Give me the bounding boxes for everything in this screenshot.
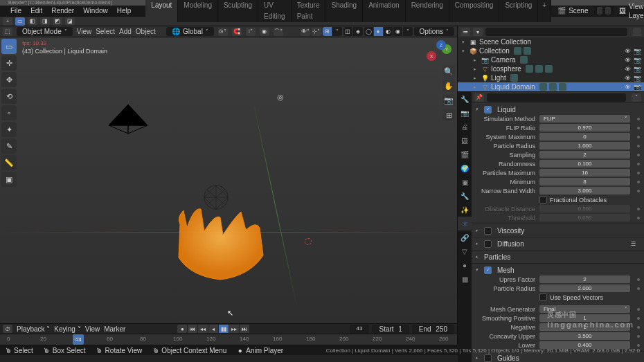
- speed-vectors-checkbox[interactable]: [539, 293, 547, 301]
- anim-decorator[interactable]: [637, 163, 640, 165]
- disclosure-triangle-icon[interactable]: ▾: [462, 48, 467, 54]
- anim-decorator[interactable]: [637, 308, 640, 311]
- ptab-texture[interactable]: ▦: [458, 272, 472, 286]
- anim-decorator[interactable]: [637, 208, 640, 210]
- ptab-particles[interactable]: ✨: [458, 203, 472, 217]
- outliner-mode-button[interactable]: ≔: [460, 28, 470, 36]
- properties-pin[interactable]: 📌: [474, 93, 484, 102]
- disclosure-triangle-icon[interactable]: ▸: [474, 84, 479, 90]
- anim-decorator[interactable]: [637, 136, 640, 138]
- tab-texture-paint[interactable]: Texture Paint: [292, 0, 326, 22]
- guides-checkbox[interactable]: [484, 354, 492, 362]
- property-field-particle-radius[interactable]: 2.000: [539, 284, 630, 292]
- ptab-viewlayer[interactable]: 🖼: [458, 134, 472, 147]
- hide-viewport-toggle[interactable]: 👁: [625, 84, 631, 91]
- ptab-object[interactable]: ▣: [458, 175, 472, 189]
- anim-decorator[interactable]: [637, 326, 640, 329]
- ptab-material[interactable]: ●: [458, 258, 472, 272]
- outliner-item-light[interactable]: ▸💡Light👁📷: [458, 73, 644, 82]
- property-field-narrow-band-width[interactable]: 3.000: [539, 187, 630, 194]
- anim-decorator[interactable]: [637, 172, 640, 174]
- transform-orientation-dropdown[interactable]: 🌐Global˅: [166, 27, 214, 36]
- proportional-options[interactable]: ⌒˅: [274, 28, 283, 36]
- outliner-search-input[interactable]: [485, 28, 627, 36]
- overlay-options[interactable]: ˅: [332, 27, 342, 36]
- interaction-mode-dropdown[interactable]: Object Mode˅: [17, 27, 73, 36]
- property-field-particles-maximum[interactable]: 16: [539, 169, 630, 177]
- tab-scripting[interactable]: Scripting: [499, 0, 538, 22]
- mesh-enable-checkbox[interactable]: ✓: [484, 266, 492, 274]
- viewport-menu-object[interactable]: Object: [136, 28, 156, 35]
- toolopt-a[interactable]: ◧: [28, 17, 37, 26]
- viewport-menu-select[interactable]: Select: [96, 28, 115, 35]
- jump-end-button[interactable]: ⏭: [240, 325, 249, 333]
- anim-decorator[interactable]: [637, 317, 640, 320]
- pivot-dropdown[interactable]: ⊙˅: [218, 28, 228, 36]
- scene-new-button[interactable]: [605, 7, 611, 15]
- ptab-world[interactable]: 🌍: [458, 161, 472, 175]
- navigation-gizmo[interactable]: X Y Z: [427, 40, 451, 65]
- select-box-tool[interactable]: ▭: [1, 39, 17, 54]
- menu-help[interactable]: Help: [113, 6, 136, 17]
- tab-compositing[interactable]: Compositing: [449, 0, 500, 22]
- start-frame-field[interactable]: Start 1: [372, 325, 409, 334]
- scene-dropdown[interactable]: 🎬 Scene: [552, 6, 593, 15]
- outliner-item-liquid-domain[interactable]: ▸▽Liquid Domain👁📷: [458, 82, 644, 91]
- timeline-view-menu[interactable]: View: [85, 325, 100, 333]
- tab-shading[interactable]: Shading: [325, 0, 363, 22]
- ptab-physics[interactable]: ⚛: [458, 217, 472, 230]
- outliner-scene-collection[interactable]: ▾ ▣ Scene Collection: [458, 37, 644, 46]
- disclosure-triangle-icon[interactable]: ▸: [476, 241, 481, 246]
- property-field-mesh-generator[interactable]: Final˅: [539, 305, 630, 313]
- preset-menu[interactable]: ☰: [631, 241, 636, 247]
- outliner-display-button[interactable]: ▾: [473, 28, 483, 36]
- shading-options-button[interactable]: ˅: [403, 27, 413, 36]
- fractional-obstacles-checkbox[interactable]: [539, 196, 547, 203]
- disclosure-triangle-icon[interactable]: ▸: [476, 355, 481, 361]
- shading-solid-button[interactable]: ●: [374, 27, 384, 36]
- add-tool[interactable]: ▣: [1, 172, 17, 187]
- anim-decorator[interactable]: [637, 127, 640, 129]
- cursor-tool-button[interactable]: +: [3, 17, 12, 26]
- pan-button[interactable]: ✋: [442, 80, 455, 92]
- proportional-toggle[interactable]: ◉: [260, 28, 269, 36]
- play-reverse-button[interactable]: ◂: [208, 325, 218, 333]
- annotate-tool[interactable]: ✎: [1, 138, 17, 154]
- gizmo-z-axis[interactable]: Z: [436, 40, 446, 50]
- property-field-simulation-method[interactable]: FLIP˅: [539, 115, 630, 123]
- anim-decorator[interactable]: [637, 118, 640, 120]
- measure-tool[interactable]: 📏: [1, 155, 17, 170]
- tab-uv-editing[interactable]: UV Editing: [258, 0, 292, 22]
- disclosure-triangle-icon[interactable]: ▾: [476, 107, 481, 112]
- property-field-sampling[interactable]: 2: [539, 151, 630, 159]
- disable-render-toggle[interactable]: 📷: [634, 57, 641, 64]
- menu-file[interactable]: File: [6, 6, 26, 17]
- shading-matpreview-button[interactable]: ◐: [384, 27, 393, 36]
- outliner-tree[interactable]: ▾ ▣ Scene Collection ▾📦Collection👁📷▸📷Cam…: [458, 37, 644, 91]
- disclosure-triangle-icon[interactable]: ▸: [476, 228, 481, 233]
- ptab-mesh[interactable]: ▽: [458, 244, 472, 258]
- ptab-tool[interactable]: 🔧: [458, 92, 472, 106]
- ptab-output[interactable]: 🖨: [458, 120, 472, 134]
- ptab-constraint[interactable]: 🔗: [458, 230, 472, 244]
- property-field-particle-radius[interactable]: 1.000: [539, 142, 630, 150]
- timeline-ruler[interactable]: 43 020406080100120140160180200220240260: [0, 334, 457, 345]
- property-field-concavity-upper[interactable]: 3.500: [539, 332, 630, 340]
- perspective-toggle[interactable]: ⊞: [442, 109, 455, 121]
- select-tool-button[interactable]: ▭: [15, 17, 25, 26]
- cursor-tool[interactable]: ✛: [1, 55, 17, 71]
- toolopt-b[interactable]: ◨: [40, 17, 50, 26]
- properties-options[interactable]: ˅: [632, 93, 641, 102]
- disclosure-triangle-icon[interactable]: ▸: [474, 66, 479, 72]
- menu-edit[interactable]: Edit: [26, 6, 46, 17]
- toolopt-d[interactable]: ◪: [65, 17, 75, 26]
- tab-rendering[interactable]: Rendering: [406, 0, 449, 22]
- outliner-item-icosphere[interactable]: ▸▽Icosphere👁📷: [458, 64, 644, 73]
- editor-type-button[interactable]: ⬚: [3, 28, 12, 36]
- jump-start-button[interactable]: ⏮: [188, 325, 197, 333]
- anim-decorator[interactable]: [637, 145, 640, 147]
- property-field-minimum[interactable]: 8: [539, 178, 630, 185]
- property-field-smoothing-positive[interactable]: 1: [539, 314, 630, 322]
- prev-keyframe-button[interactable]: ◂◂: [198, 325, 208, 333]
- viewport-3d[interactable]: fps: 10.32 (43) Collection | Liquid Doma…: [0, 37, 457, 323]
